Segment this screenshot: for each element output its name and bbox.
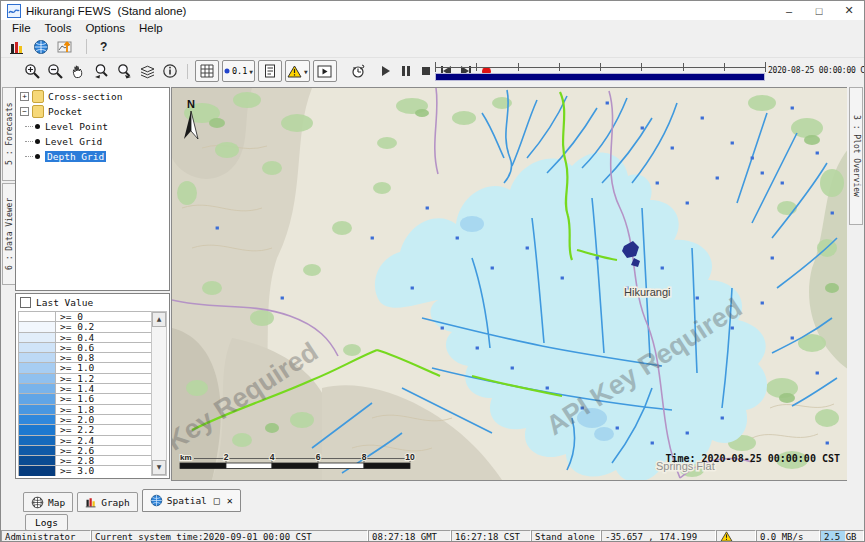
legend-color-swatch [19, 436, 56, 445]
legend-row-label: >= 1.8 [56, 405, 94, 414]
layers-panel: + Cross-section − Pocket Level Point Lev… [15, 87, 170, 479]
tree-node-level-point[interactable]: Level Point [16, 120, 169, 133]
menu-bar: File Tools Options Help [1, 20, 864, 36]
warnings-combo[interactable]: ▼ [285, 60, 310, 82]
legend-color-swatch [19, 353, 56, 362]
globe-icon [31, 496, 44, 509]
info-button[interactable] [159, 60, 181, 82]
tab-map[interactable]: Map [23, 492, 73, 512]
menu-file[interactable]: File [5, 21, 38, 35]
layers-button[interactable] [136, 60, 158, 82]
legend-panel: Last Value >= 0 >= 0.2 [15, 293, 170, 479]
legend-toggle-button[interactable] [258, 60, 282, 82]
map-canvas[interactable]: API Key Required API Key Required Hikura… [172, 88, 849, 480]
grid-display-button[interactable] [195, 60, 219, 82]
tree-node-cross-section[interactable]: + Cross-section [16, 90, 169, 103]
bar-chart-icon [85, 496, 97, 508]
pan-hand-button[interactable] [67, 60, 89, 82]
legend-color-swatch [19, 394, 56, 403]
toolbar-separator [187, 64, 188, 79]
zoom-out-button[interactable] [44, 60, 66, 82]
maximize-button[interactable]: □ [804, 1, 834, 20]
menu-help[interactable]: Help [132, 21, 170, 35]
status-bar: Administrator Current system time:2020-0… [1, 530, 864, 542]
bullet-icon [35, 139, 40, 144]
map-time-label: Time: 2020-08-25 00:00:00 CST [665, 453, 840, 464]
time-settings-button[interactable] [347, 60, 369, 82]
tree-node-depth-grid[interactable]: Depth Grid [16, 150, 169, 163]
tab-plot-overview[interactable]: 3 : Plot Overview [849, 87, 863, 225]
tab-data-viewer[interactable]: 6 : Data Viewer [2, 183, 16, 285]
tab-map-label: Map [48, 497, 65, 508]
logs-panel-icon[interactable] [9, 39, 25, 55]
marker-size-combo[interactable]: 0.1 ▼ [222, 60, 255, 82]
legend-row-label: >= 2.8 [56, 456, 94, 465]
map-globe-icon[interactable] [33, 39, 49, 55]
collapse-icon[interactable]: − [20, 107, 29, 116]
legend-row-label: >= 0.2 [56, 322, 94, 331]
scroll-up-icon[interactable]: ▲ [152, 312, 166, 327]
app-logo-icon [7, 4, 21, 18]
legend-color-swatch [19, 343, 56, 352]
play-button[interactable] [380, 64, 393, 78]
minimize-button[interactable]: – [774, 1, 804, 20]
status-mode: Stand alone [531, 530, 601, 542]
legend-color-swatch [19, 312, 56, 321]
legend-color-swatch [19, 333, 56, 342]
tab-spatial[interactable]: Spatial □ ✕ [142, 489, 241, 512]
tree-node-pocket[interactable]: − Pocket [16, 105, 169, 118]
legend-row-label: >= 2.6 [56, 446, 94, 455]
tab-graph[interactable]: Graph [77, 492, 138, 512]
title-bar: Hikurangi FEWS (Stand alone) – □ ✕ [1, 1, 864, 21]
tab-close-icon[interactable]: ✕ [227, 495, 233, 506]
zoom-in-button[interactable] [21, 60, 43, 82]
tree-label: Level Grid [45, 136, 102, 147]
tree-node-level-grid[interactable]: Level Grid [16, 135, 169, 148]
pause-button[interactable] [400, 64, 413, 78]
status-throughput: 0.0 MB/s [756, 530, 820, 542]
tab-restore-icon[interactable]: □ [214, 495, 220, 506]
tree-connector [25, 141, 33, 142]
right-tab-strip: 3 : Plot Overview [847, 85, 864, 489]
application-window: { "window": {"title": "Hikurangi FEWS (S… [0, 0, 865, 542]
legend-color-swatch [19, 425, 56, 434]
scroll-down-icon[interactable]: ▼ [152, 460, 166, 475]
help-button[interactable]: ? [100, 40, 107, 54]
logs-button[interactable]: Logs [25, 514, 68, 531]
warning-icon [720, 531, 733, 542]
status-system-time: Current system time:2020-09-01 00:00 CST [91, 530, 368, 542]
folder-icon [32, 105, 44, 118]
status-gmt-time: 08:27:18 GMT [368, 530, 451, 542]
tab-forecasts[interactable]: 5 : Forecasts [2, 87, 16, 181]
status-warning-cell [716, 530, 756, 542]
status-user: Administrator [1, 530, 91, 542]
svg-text:2: 2 [224, 452, 229, 462]
svg-text:10: 10 [405, 452, 415, 462]
legend-color-swatch [19, 363, 56, 372]
menu-options[interactable]: Options [78, 21, 132, 35]
timeline-slider[interactable] [435, 61, 765, 81]
zoom-previous-button[interactable] [90, 60, 112, 82]
close-button[interactable]: ✕ [834, 1, 864, 20]
tree-label: Cross-section [48, 91, 122, 102]
timeline-range-bar[interactable] [435, 73, 765, 81]
legend-scrollbar[interactable]: ▲ ▼ [151, 311, 167, 476]
zoom-next-button[interactable] [113, 60, 135, 82]
last-value-checkbox[interactable] [20, 297, 31, 308]
tree-connector [25, 156, 33, 157]
legend-row-label: >= 0.8 [56, 353, 94, 362]
movie-player-button[interactable] [313, 60, 337, 82]
spatial-globe-icon [150, 494, 163, 507]
legend-color-swatch [19, 446, 56, 455]
window-title: Hikurangi FEWS (Stand alone) [26, 5, 186, 17]
menu-tools[interactable]: Tools [38, 21, 79, 35]
legend-row-label: >= 2.2 [56, 425, 94, 434]
scale-unit: km [180, 453, 192, 462]
stop-button[interactable] [420, 64, 433, 78]
timeseries-icon[interactable] [57, 39, 73, 55]
legend-color-swatch [19, 322, 56, 331]
expand-icon[interactable]: + [20, 92, 29, 101]
folder-icon [32, 90, 44, 103]
legend-color-swatch [19, 374, 56, 383]
map-view[interactable]: API Key Required API Key Required Hikura… [171, 87, 850, 481]
